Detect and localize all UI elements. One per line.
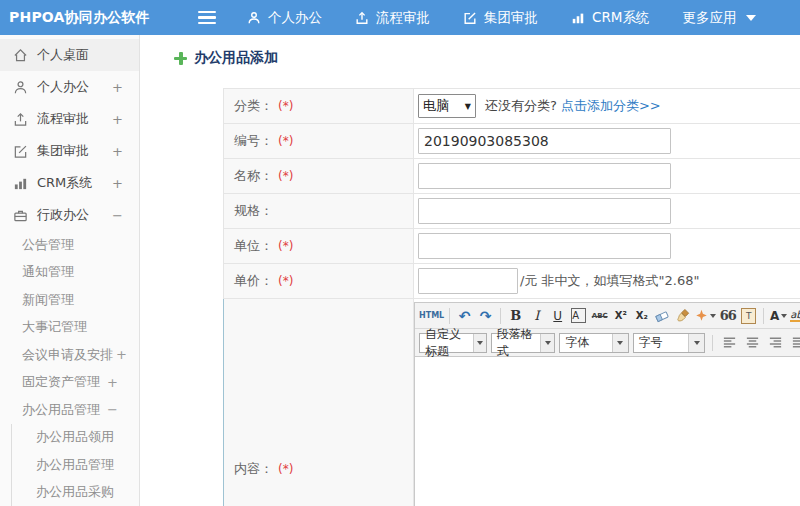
font-family-dropdown[interactable]: 字体: [559, 333, 628, 353]
caret-down-icon: [540, 334, 554, 352]
sidebar-label: 会议申请及安排: [22, 346, 113, 364]
expand-icon[interactable]: +: [107, 375, 118, 390]
custom-heading-dropdown[interactable]: 自定义标题: [419, 333, 487, 353]
eraser-icon[interactable]: [653, 306, 672, 326]
form-row-spec: 规格：: [224, 194, 800, 229]
sidebar-item-personal-office[interactable]: 个人办公 +: [0, 71, 139, 103]
form-row-name: 名称： (*): [224, 159, 800, 194]
topnav-crm[interactable]: CRM系统: [571, 9, 649, 27]
topbar: PHPOA协同办公软件 个人办公 流程审批: [0, 0, 800, 35]
redo-button[interactable]: ↷: [476, 306, 495, 326]
spec-input[interactable]: [418, 198, 671, 224]
expand-icon[interactable]: +: [112, 112, 123, 127]
form-row-unit: 单位： (*): [224, 229, 800, 264]
user-icon: [12, 79, 28, 95]
sidebar-item-supplies-claim[interactable]: 办公用品领用: [12, 424, 139, 452]
expand-icon[interactable]: +: [116, 347, 127, 362]
select-arrow-icon: ▼: [465, 102, 471, 111]
sidebar-item-meeting-mgmt[interactable]: 会议申请及安排 +: [0, 341, 139, 369]
category-hint: 还没有分类?: [485, 97, 557, 115]
toolbar-separator: [500, 308, 501, 324]
underline-button[interactable]: U: [548, 306, 567, 326]
collapse-icon[interactable]: −: [107, 402, 118, 417]
topnav-personal-office[interactable]: 个人办公: [247, 9, 322, 27]
html-source-button[interactable]: HTML: [419, 306, 444, 326]
name-input[interactable]: [418, 163, 671, 189]
sidebar-item-supplies-manage[interactable]: 办公用品管理: [12, 451, 139, 479]
toolbar-separator: [712, 335, 713, 351]
form-row-price: 单价： (*) /元 非中文，如填写格式"2.68": [224, 264, 800, 299]
sidebar-item-workflow-approval[interactable]: 流程审批 +: [0, 103, 139, 135]
paste-text-icon[interactable]: T: [739, 306, 758, 326]
price-input[interactable]: [418, 268, 518, 294]
sidebar-item-events-mgmt[interactable]: 大事记管理: [0, 314, 139, 342]
blockquote-button[interactable]: 66: [718, 306, 737, 326]
field-label: 规格：: [234, 202, 273, 220]
field-label: 编号：: [234, 132, 273, 150]
edit-icon: [12, 143, 28, 159]
add-category-link[interactable]: 点击添加分类>>: [561, 97, 661, 115]
sidebar-item-crm[interactable]: CRM系统 +: [0, 167, 139, 199]
collapse-icon[interactable]: −: [112, 208, 123, 223]
sidebar-item-notice-mgmt[interactable]: 通知管理: [0, 259, 139, 287]
sidebar-label: 办公用品领用: [36, 428, 114, 446]
sidebar-label: 集团审批: [37, 142, 89, 160]
expand-icon[interactable]: +: [112, 144, 123, 159]
sidebar-item-announcement-mgmt[interactable]: 公告管理: [0, 231, 139, 259]
font-color-button[interactable]: A: [769, 306, 788, 326]
font-style-button[interactable]: A: [569, 306, 588, 326]
rich-text-editor: HTML ↶ ↷ B I U A ABC X² X₂: [414, 302, 800, 506]
sidebar-item-admin-office[interactable]: 行政办公 −: [0, 199, 139, 231]
bold-button[interactable]: B: [506, 306, 525, 326]
unit-input[interactable]: [418, 233, 671, 259]
caret-down-icon: [710, 314, 716, 318]
sidebar-item-supplies-mgmt[interactable]: 办公用品管理 −: [0, 396, 139, 424]
strikethrough-button[interactable]: ABC: [590, 306, 609, 326]
align-center-icon[interactable]: [743, 333, 762, 353]
expand-icon[interactable]: +: [112, 80, 123, 95]
number-input[interactable]: [418, 128, 671, 154]
category-selected-value: 电脑: [423, 97, 449, 115]
undo-button[interactable]: ↶: [455, 306, 474, 326]
sidebar-item-news-mgmt[interactable]: 新闻管理: [0, 286, 139, 314]
app-logo: PHPOA协同办公软件: [0, 9, 161, 27]
required-mark: (*): [278, 99, 293, 113]
category-select[interactable]: 电脑 ▼: [418, 94, 476, 118]
topnav-workflow-approval[interactable]: 流程审批: [355, 9, 430, 27]
sidebar-item-group-approval[interactable]: 集团审批 +: [0, 135, 139, 167]
topnav-more-apps[interactable]: 更多应用: [682, 9, 756, 27]
sidebar-item-supplies-purchase[interactable]: 办公用品采购: [12, 479, 139, 506]
required-mark: (*): [278, 134, 293, 148]
form-row-category: 分类： (*) 电脑 ▼ 还没有分类? 点击添加分类>>: [224, 89, 800, 124]
field-label: 单价：: [234, 272, 273, 290]
caret-down-icon: [781, 314, 787, 318]
sidebar-label: 大事记管理: [22, 318, 87, 336]
sidebar-label: 流程审批: [37, 110, 89, 128]
sidebar: 个人桌面 个人办公 + 流程审批 + 集团审批 +: [0, 35, 140, 506]
topnav-group-approval[interactable]: 集团审批: [463, 9, 538, 27]
highlight-color-button[interactable]: ab: [790, 306, 800, 326]
sidebar-label: 办公用品管理: [36, 456, 114, 474]
align-justify-icon[interactable]: [789, 333, 800, 353]
paragraph-format-dropdown[interactable]: 段落格式: [491, 333, 556, 353]
format-paint-icon[interactable]: [695, 306, 716, 326]
expand-icon[interactable]: +: [112, 176, 123, 191]
briefcase-icon: [12, 207, 28, 223]
field-label: 单位：: [234, 237, 273, 255]
sidebar-item-desktop[interactable]: 个人桌面: [0, 39, 139, 71]
sidebar-item-assets-mgmt[interactable]: 固定资产管理 +: [0, 369, 139, 397]
align-left-icon[interactable]: [720, 333, 739, 353]
subscript-button[interactable]: X₂: [632, 306, 651, 326]
italic-button[interactable]: I: [527, 306, 546, 326]
approval-upload-icon: [12, 111, 28, 127]
editor-content[interactable]: [415, 357, 800, 506]
bar-chart-icon: [571, 11, 585, 25]
clean-brush-icon[interactable]: [674, 306, 693, 326]
menu-toggle-icon[interactable]: [198, 11, 216, 24]
editor-toolbar-row2: 自定义标题 段落格式 字体 字号: [415, 329, 800, 357]
superscript-button[interactable]: X²: [611, 306, 630, 326]
sidebar-label: 个人桌面: [37, 46, 89, 64]
edit-icon: [463, 11, 477, 25]
font-size-dropdown[interactable]: 字号: [633, 333, 705, 353]
align-right-icon[interactable]: [766, 333, 785, 353]
